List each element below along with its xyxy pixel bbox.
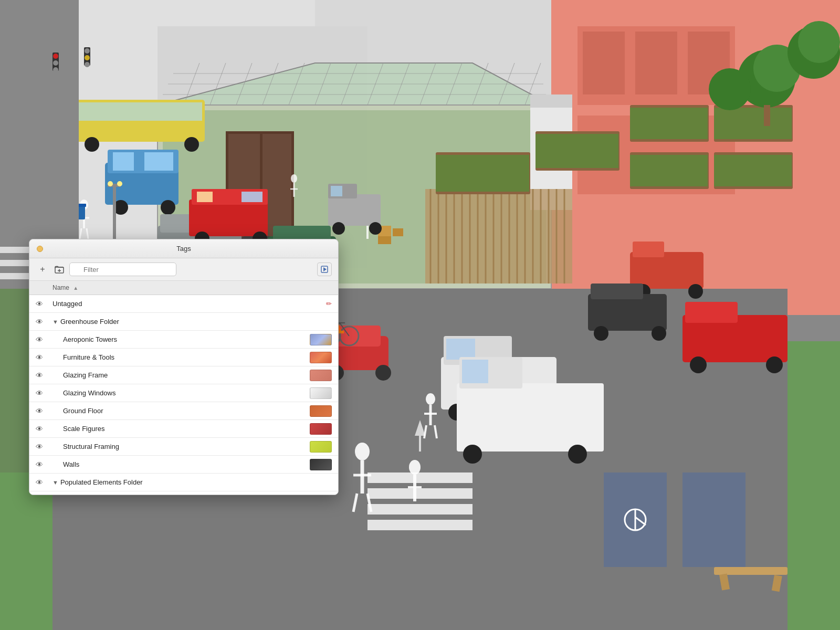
color-swatch-walls[interactable] [310,459,332,470]
svg-rect-195 [419,436,421,452]
svg-marker-222 [323,267,327,271]
svg-point-216 [332,222,345,235]
svg-point-212 [85,62,90,67]
svg-point-166 [291,174,297,183]
svg-rect-200 [378,236,391,244]
svg-point-138 [652,326,666,341]
svg-rect-74 [630,155,708,186]
tag-row-populated-folder[interactable]: 👁 ▼Populated Elements Folder [29,474,338,491]
svg-rect-215 [331,186,342,196]
svg-rect-118 [242,192,262,202]
tag-row-aeroponic-towers[interactable]: 👁 Aeroponic Towers [29,331,338,349]
color-swatch-glazing-frame[interactable] [310,370,332,381]
svg-point-130 [568,445,587,464]
tag-row-glazing-windows[interactable]: 👁 Glazing Windows [29,384,338,402]
svg-rect-126 [457,383,604,452]
svg-rect-131 [630,252,704,289]
tags-list: 👁 Untagged ✏ 👁 ▼Greenhouse Folder 👁 Aero… [29,295,338,495]
svg-point-152 [798,21,840,63]
svg-point-137 [594,326,608,341]
tag-row-furniture-tools[interactable]: 👁 Furniture & Tools [29,349,338,366]
tag-name-walls: Walls [63,460,310,468]
tag-name-greenhouse-folder: ▼Greenhouse Folder [52,318,332,326]
svg-rect-70 [714,108,792,139]
color-swatch-ground-floor[interactable] [310,405,332,417]
svg-point-129 [463,445,482,464]
tag-name-glazing-windows: Glazing Windows [63,389,310,397]
add-tag-button[interactable]: + [36,262,49,276]
filter-input[interactable] [69,262,176,276]
svg-rect-84 [368,520,472,530]
svg-point-156 [117,181,122,186]
traffic-light[interactable] [37,246,43,252]
svg-rect-82 [368,488,472,499]
svg-point-210 [85,48,90,54]
svg-point-146 [184,137,199,152]
svg-rect-140 [685,302,738,323]
color-swatch-glazing-windows[interactable] [310,387,332,399]
svg-point-155 [108,181,113,186]
svg-rect-128 [462,360,488,383]
svg-rect-115 [189,200,268,236]
tag-row-walls[interactable]: 👁 Walls [29,456,338,474]
visibility-toggle-aeroponic-towers[interactable]: 👁 [36,335,52,344]
name-col-header[interactable]: Name ▲ [52,284,306,291]
tag-row-greenhouse-folder[interactable]: 👁 ▼Greenhouse Folder [29,313,338,331]
add-folder-button[interactable] [52,262,66,276]
tag-name-populated-folder: ▼Populated Elements Folder [52,478,332,486]
svg-point-141 [690,356,707,373]
svg-rect-68 [630,108,708,139]
visibility-toggle-scale-figures-greenhouse[interactable]: 👁 [36,425,52,433]
export-button[interactable] [317,262,332,276]
svg-point-134 [688,284,703,299]
svg-rect-189 [714,567,788,575]
visibility-toggle-untagged[interactable]: 👁 [36,300,52,308]
panel-titlebar: Tags [29,239,338,258]
svg-rect-43 [530,94,572,108]
visibility-toggle-glazing-frame[interactable]: 👁 [36,371,52,380]
svg-point-174 [355,443,370,460]
svg-rect-136 [591,284,643,299]
tag-row-glazing-frame[interactable]: 👁 Glazing Frame [29,366,338,384]
color-swatch-assorted-decoration[interactable] [310,495,332,495]
svg-rect-72 [714,155,792,186]
color-swatch-structural-framing[interactable] [310,441,332,453]
edit-icon-untagged[interactable]: ✏ [326,300,332,308]
svg-rect-100 [144,152,173,171]
color-swatch-scale-figures-greenhouse[interactable] [310,423,332,435]
folder-triangle-populated[interactable]: ▼ [52,479,58,486]
svg-rect-64 [436,155,529,192]
svg-rect-144 [76,102,202,121]
svg-point-145 [85,137,99,152]
visibility-toggle-furniture-tools[interactable]: 👁 [36,353,52,362]
tag-row-ground-floor[interactable]: 👁 Ground Floor [29,402,338,420]
svg-rect-150 [764,105,770,126]
visibility-toggle-greenhouse-folder[interactable]: 👁 [36,318,52,326]
svg-rect-123 [446,339,475,360]
svg-rect-15 [635,32,677,94]
tag-name-scale-figures-greenhouse: Scale Figures [63,425,310,433]
tag-row-scale-figures-greenhouse[interactable]: 👁 Scale Figures [29,420,338,438]
tag-row-structural-framing[interactable]: 👁 Structural Framing [29,438,338,456]
panel-toolbar: + 🔍 [29,258,338,281]
svg-rect-66 [536,134,618,168]
filter-wrapper: 🔍 [69,262,314,276]
svg-rect-99 [113,152,134,171]
visibility-toggle-populated-folder[interactable]: 👁 [36,478,52,487]
visibility-toggle-ground-floor[interactable]: 👁 [36,407,52,415]
svg-point-217 [369,222,382,235]
visibility-toggle-walls[interactable]: 👁 [36,460,52,469]
visibility-toggle-structural-framing[interactable]: 👁 [36,443,52,451]
color-swatch-furniture-tools[interactable] [310,352,332,363]
visibility-toggle-glazing-windows[interactable]: 👁 [36,389,52,397]
folder-triangle-greenhouse[interactable]: ▼ [52,319,58,325]
svg-rect-86 [682,472,746,567]
tag-row-untagged[interactable]: 👁 Untagged ✏ [29,295,338,313]
sort-icon[interactable]: ▲ [73,285,78,291]
svg-point-207 [53,60,58,66]
color-swatch-aeroponic-towers[interactable] [310,334,332,345]
tag-row-assorted-decoration[interactable]: 👁 Assorted Decoration [29,491,338,495]
svg-point-169 [426,393,435,405]
tag-name-aeroponic-towers: Aeroponic Towers [63,335,310,343]
tag-name-furniture-tools: Furniture & Tools [63,353,310,361]
